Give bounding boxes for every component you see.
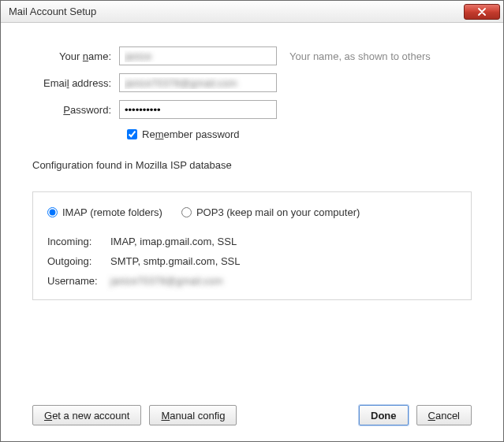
outgoing-label: Outgoing: [47, 255, 110, 267]
titlebar: Mail Account Setup [1, 1, 503, 23]
remember-password-row: Remember password [127, 128, 472, 140]
cancel-button[interactable]: Cancel [416, 405, 472, 425]
password-row: Password: [32, 100, 472, 119]
name-hint: Your name, as shown to others [289, 50, 431, 62]
manual-config-button[interactable]: Manual config [149, 405, 237, 425]
incoming-value: IMAP, imap.gmail.com, SSL [110, 236, 237, 247]
config-box: IMAP (remote folders) POP3 (keep mail on… [32, 191, 472, 300]
remember-password-checkbox[interactable] [127, 129, 137, 139]
password-label: Password: [32, 104, 119, 116]
incoming-row: Incoming: IMAP, imap.gmail.com, SSL [47, 236, 457, 247]
name-row: Your name: Your name, as shown to others [32, 46, 472, 65]
get-new-account-button[interactable]: Get a new account [32, 405, 141, 425]
pop3-radio-item[interactable]: POP3 (keep mail on your computer) [181, 206, 360, 218]
username-row: Username: janice70378@gmail.com [47, 275, 457, 287]
email-input[interactable] [119, 73, 277, 92]
button-spacer [245, 405, 351, 425]
outgoing-row: Outgoing: SMTP, smtp.gmail.com, SSL [47, 255, 457, 267]
incoming-label: Incoming: [47, 236, 110, 247]
imap-radio-item[interactable]: IMAP (remote folders) [47, 206, 162, 218]
imap-radio[interactable] [47, 207, 58, 217]
remember-password-label[interactable]: Remember password [142, 128, 240, 140]
window-title: Mail Account Setup [9, 6, 464, 17]
name-input[interactable] [119, 46, 277, 65]
close-icon [478, 8, 486, 16]
done-button[interactable]: Done [359, 405, 409, 425]
name-label: Your name: [32, 50, 119, 62]
pop3-radio-label: POP3 (keep mail on your computer) [196, 206, 360, 218]
mail-account-setup-dialog: Mail Account Setup Your name: Your name,… [0, 0, 504, 442]
email-label: Email address: [32, 77, 119, 89]
pop3-radio[interactable] [181, 207, 192, 217]
button-row: Get a new account Manual config Done Can… [32, 405, 472, 425]
username-label: Username: [47, 275, 110, 287]
dialog-content: Your name: Your name, as shown to others… [1, 23, 503, 441]
imap-radio-label: IMAP (remote folders) [62, 206, 162, 218]
email-row: Email address: [32, 73, 472, 92]
protocol-radio-row: IMAP (remote folders) POP3 (keep mail on… [47, 206, 457, 218]
status-text: Configuration found in Mozilla ISP datab… [32, 159, 472, 171]
close-button[interactable] [464, 4, 500, 20]
outgoing-value: SMTP, smtp.gmail.com, SSL [110, 255, 240, 267]
username-value: janice70378@gmail.com [110, 275, 223, 287]
password-input[interactable] [119, 100, 277, 119]
